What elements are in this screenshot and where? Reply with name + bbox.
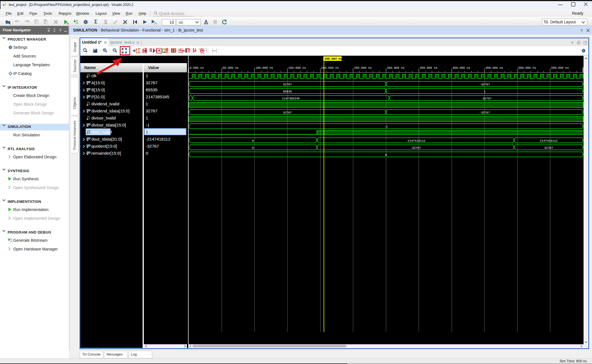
svg-text:(T): (T) xyxy=(154,22,157,25)
svg-text:400.000 ns: 400.000 ns xyxy=(452,66,470,70)
svg-text:350.000 ns: 350.000 ns xyxy=(420,66,438,70)
svg-text:?: ? xyxy=(59,28,61,32)
svg-text:100.000 ns: 100.000 ns xyxy=(255,66,273,70)
svg-text:150.000 ns: 150.000 ns xyxy=(288,66,306,70)
svg-text:450.000 ns: 450.000 ns xyxy=(485,66,503,70)
svg-text:?: ? xyxy=(580,28,583,32)
svg-text:2147385345: 2147385345 xyxy=(282,97,300,100)
svg-text:550.000 ns: 550.000 ns xyxy=(551,66,569,70)
svg-text:?: ? xyxy=(571,41,573,45)
svg-text:01: 01 xyxy=(10,238,12,240)
svg-text:32767: 32767 xyxy=(544,146,553,150)
svg-text:0: 0 xyxy=(385,153,387,157)
svg-text:500.000 ns: 500.000 ns xyxy=(518,66,536,70)
svg-text:-32767: -32767 xyxy=(479,111,490,114)
svg-text:65535: 65535 xyxy=(283,90,292,93)
svg-text:10: 10 xyxy=(76,22,78,24)
svg-text:2147418112: 2147418112 xyxy=(540,139,558,143)
svg-text:0: 0 xyxy=(252,146,254,150)
svg-text:300.000 ns: 300.000 ns xyxy=(387,66,405,70)
svg-text:-32767: -32767 xyxy=(410,146,421,150)
svg-text:01: 01 xyxy=(76,20,78,22)
svg-text:1: 1 xyxy=(484,90,486,93)
svg-text:-2147418112: -2147418112 xyxy=(406,139,425,143)
svg-text:250.000 ns: 250.000 ns xyxy=(354,66,372,70)
svg-text:-1: -1 xyxy=(384,125,388,128)
svg-text:50.000 ns: 50.000 ns xyxy=(222,66,238,70)
svg-text:32767: 32767 xyxy=(283,83,292,86)
svg-text:0.000 ns: 0.000 ns xyxy=(190,66,204,70)
svg-text:0: 0 xyxy=(252,139,254,143)
svg-text:205.004 ns: 205.004 ns xyxy=(324,57,342,61)
svg-text:10: 10 xyxy=(10,241,12,243)
svg-text:-32767: -32767 xyxy=(481,97,492,100)
svg-text:-32767: -32767 xyxy=(479,83,490,86)
svg-text:32767: 32767 xyxy=(283,111,292,114)
